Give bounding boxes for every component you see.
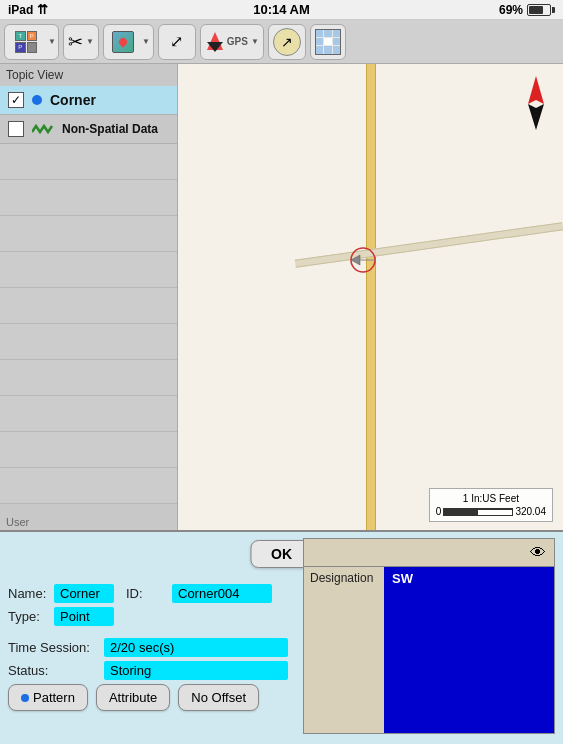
no-offset-button[interactable]: No Offset [178,684,259,711]
nonspatial-label: Non-Spatial Data [62,122,158,136]
bottom-buttons: Pattern Attribute No Offset [8,684,288,711]
pattern-button[interactable]: Pattern [8,684,88,711]
scale-line: 0 320.04 [436,506,546,517]
battery-percent: 69% [499,3,523,17]
route-icon: ↗ [281,34,293,50]
layers-button[interactable]: T P P ▼ [4,24,59,60]
svg-marker-4 [528,104,544,130]
battery-icon [527,4,555,16]
time-session-row: Time Session: 2/20 sec(s) [8,638,288,657]
scale-left: 0 [436,506,442,517]
type-row: Type: Point [8,607,288,626]
name-value[interactable]: Corner [54,584,114,603]
scissors-icon: ✂ [68,31,83,53]
topic-item-nonspatial[interactable]: Non-Spatial Data [0,115,177,144]
corner-dot-icon [32,95,42,105]
status-bar-left: iPad ⇈ [8,2,48,17]
road-horizontal [294,222,562,267]
panel-row-9 [0,432,177,468]
panel-row-2 [0,180,177,216]
grid-button[interactable] [310,24,346,60]
right-panel-row: Designation SW [304,567,554,733]
status-label: Status: [8,663,98,678]
type-label: Type: [8,609,48,624]
left-panel-empty-rows [0,144,177,514]
gps-chevron: ▼ [251,37,259,46]
svg-marker-3 [528,76,544,104]
route-button[interactable]: ↗ [268,24,306,60]
toolbar: T P P ▼ ✂ ▼ ▼ ⤢ GPS [0,20,563,64]
panel-row-6 [0,324,177,360]
right-panel: 👁 Designation SW [303,538,555,734]
panel-row-7 [0,360,177,396]
layers-chevron: ▼ [48,37,56,46]
id-label: ID: [126,586,166,601]
scale-text: 1 In:US Feet [436,493,546,504]
scissors-button[interactable]: ✂ ▼ [63,24,99,60]
designation-value[interactable]: SW [384,567,554,733]
gps-label: GPS [227,36,248,47]
user-label: User [0,514,177,530]
time-session-label: Time Session: [8,640,98,655]
map-cursor [348,245,378,275]
nonspatial-icon [32,122,54,136]
map-button[interactable]: ▼ [103,24,154,60]
pattern-label: Pattern [33,690,75,705]
device-label: iPad [8,3,33,17]
pattern-dot-icon [21,694,29,702]
gps-button[interactable]: GPS ▼ [200,24,264,60]
scale-bar: 1 In:US Feet 0 320.04 [429,488,553,522]
status-row: Status: Storing [8,661,288,680]
panel-row-4 [0,252,177,288]
north-arrow [524,74,548,134]
type-value[interactable]: Point [54,607,114,626]
status-bar: iPad ⇈ 10:14 AM 69% [0,0,563,20]
name-label: Name: [8,586,48,601]
expand-button[interactable]: ⤢ [158,24,196,60]
scissors-chevron: ▼ [86,37,94,46]
attribute-button[interactable]: Attribute [96,684,170,711]
svg-marker-1 [351,255,360,265]
id-value[interactable]: Corner004 [172,584,272,603]
map-chevron: ▼ [142,37,150,46]
wifi-icon: ⇈ [37,2,48,17]
topic-view-label: Topic View [0,64,177,86]
time-display: 10:14 AM [253,2,310,17]
panel-row-1 [0,144,177,180]
panel-row-8 [0,396,177,432]
corner-label: Corner [50,92,96,108]
form-area: Name: Corner ID: Corner004 Type: Point T… [8,538,288,738]
topic-item-corner[interactable]: Corner [0,86,177,115]
attribute-label: Attribute [109,690,157,705]
left-panel: Topic View Corner Non-Spatial Data [0,64,178,530]
map-area[interactable]: 1 In:US Feet 0 320.04 [178,64,563,530]
expand-icon: ⤢ [170,32,183,51]
road-vertical [366,64,376,530]
eye-icon[interactable]: 👁 [530,544,546,562]
spacer [8,630,288,638]
corner-checkbox[interactable] [8,92,24,108]
time-session-value[interactable]: 2/20 sec(s) [104,638,288,657]
name-id-row: Name: Corner ID: Corner004 [8,584,288,603]
status-value[interactable]: Storing [104,661,288,680]
panel-row-10 [0,468,177,504]
main-area: Topic View Corner Non-Spatial Data [0,64,563,530]
status-bar-right: 69% [499,3,555,17]
panel-row-5 [0,288,177,324]
no-offset-label: No Offset [191,690,246,705]
panel-row-3 [0,216,177,252]
nonspatial-checkbox[interactable] [8,121,24,137]
right-panel-header: 👁 [304,539,554,567]
scale-right: 320.04 [515,506,546,517]
designation-label: Designation [304,567,384,733]
bottom-panel: OK Name: Corner ID: Corner004 Type: Poin… [0,530,563,744]
